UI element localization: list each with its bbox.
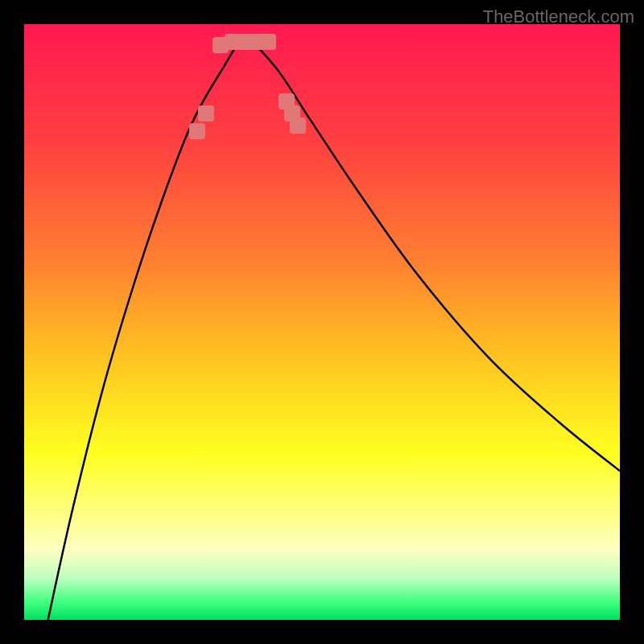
watermark-text: TheBottleneck.com [483,6,634,27]
data-points-layer [24,24,620,620]
chart-container [24,24,620,620]
data-point [189,123,205,139]
data-point [290,118,306,134]
data-point [198,105,214,122]
data-point [260,34,276,50]
